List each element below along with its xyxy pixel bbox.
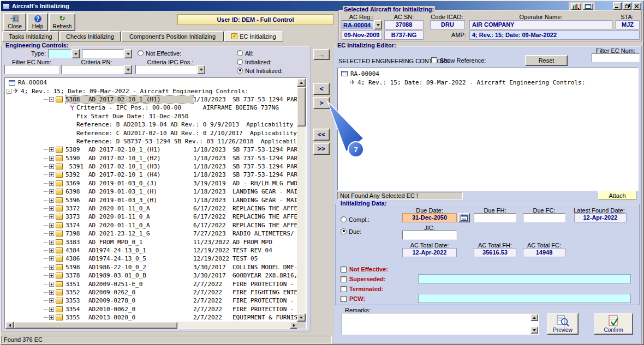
scroll-down-button[interactable] xyxy=(297,313,306,322)
remarks-scroll-up[interactable] xyxy=(530,314,538,321)
ec-tree-item-row[interactable]: +4386AD1974-24-13_0_512/19/2022TEST 05 xyxy=(5,255,298,263)
expand-icon[interactable]: + xyxy=(49,298,54,303)
selected-ec-tree[interactable]: RA-00004 ✈ 4; Rev.: 15; Date: 09-Mar-202… xyxy=(337,68,639,191)
close-window-button[interactable] xyxy=(633,2,641,10)
expand-icon[interactable]: + xyxy=(49,265,54,270)
ec-tree-item-row[interactable]: +5398AD1986-22-10_0_23/30/2017COLLINS MO… xyxy=(5,263,298,271)
subtype-dropdown-arrow[interactable] xyxy=(124,49,132,58)
scroll-up-button[interactable] xyxy=(297,78,306,87)
expand-icon[interactable]: + xyxy=(49,282,54,287)
collapse-icon[interactable]: - xyxy=(7,89,11,94)
move-left-button[interactable]: < xyxy=(313,83,330,95)
restore-button[interactable] xyxy=(623,2,631,10)
expand-icon[interactable]: + xyxy=(49,147,54,152)
ec-tree-item-row[interactable]: +3369AD 2019-01-03_0_(J)3/19/2019AD - RH… xyxy=(5,179,298,187)
close-button[interactable]: Close xyxy=(3,13,26,31)
ec-tree-item-row[interactable]: +6398AD 2019-01-03_1_(H)1/18/2023LANDING… xyxy=(5,187,298,196)
ec-tree-item-row[interactable]: +3372AD 2020-01-11_0_A6/17/2022REPLACING… xyxy=(5,204,298,213)
minimize-button[interactable] xyxy=(613,2,622,10)
radio-initialized[interactable] xyxy=(237,59,243,65)
criteria-pn-combo[interactable] xyxy=(61,65,132,74)
ec-tree-item-row[interactable]: +3383AD FROM MPD_0_111/23/2022AD FROM MP… xyxy=(5,238,298,246)
ac-reg-combo[interactable]: RA-00004 xyxy=(342,20,382,29)
ec-tree-item-row[interactable]: +5389AD 2017-02-10_1_(H1)1/18/2023SB 737… xyxy=(5,146,298,154)
ec-tree-item-row[interactable]: +5396AD 2019-01-03_3_(H)1/18/2023LANDING… xyxy=(5,196,298,204)
report-icon-button[interactable] xyxy=(571,3,581,10)
due-fc-input[interactable] xyxy=(523,213,565,222)
help-button[interactable]: ? Help xyxy=(27,13,48,31)
superseded-field[interactable] xyxy=(418,274,631,283)
filter-ec-num-input[interactable] xyxy=(4,65,59,74)
expand-icon[interactable]: + xyxy=(49,256,54,261)
expand-icon[interactable]: + xyxy=(49,223,54,228)
expand-icon[interactable]: + xyxy=(49,240,54,245)
remarks-scroll-down[interactable] xyxy=(530,326,538,334)
ec-tree-item-row[interactable]: +3352AD2009-0262_02/7/2022FIRE FIGHTING … xyxy=(5,288,298,296)
tree-root-row[interactable]: RA-00004 xyxy=(5,78,298,87)
jic-input[interactable] xyxy=(402,231,457,240)
tree-hscrollbar[interactable] xyxy=(5,322,298,329)
expand-icon[interactable]: + xyxy=(49,206,54,211)
terminated-checkbox[interactable] xyxy=(341,286,347,292)
tab-components-position-initializing[interactable]: Component's Position Initializing xyxy=(121,31,224,41)
show-reference-checkbox[interactable] xyxy=(431,57,437,63)
criteria-ipc-dropdown-arrow[interactable] xyxy=(197,65,205,74)
radio-all[interactable] xyxy=(237,50,243,56)
ec-tree-item-row[interactable]: +3353AD2009-0278_02/7/2022FIRE PROTECTIO… xyxy=(5,296,298,305)
expand-icon[interactable]: + xyxy=(49,164,54,169)
expand-icon[interactable]: + xyxy=(49,181,54,186)
ec-tree-item-row[interactable]: +3354AD2010-0062_02/7/2022FIRE PROTECTIO… xyxy=(5,305,298,313)
tab-ec-initializing[interactable]: ✓EC Initializing xyxy=(224,31,283,41)
expand-icon[interactable]: + xyxy=(49,214,54,219)
radio-not-initialized[interactable] xyxy=(237,68,243,74)
expand-icon[interactable]: + xyxy=(49,172,54,177)
remarks-input[interactable] xyxy=(343,314,530,334)
type-combo[interactable] xyxy=(48,49,80,58)
confirm-button[interactable]: Confirm xyxy=(594,313,633,335)
refresh-button[interactable]: ↻ Refresh xyxy=(49,13,75,31)
ec-tree-item-row[interactable]: +7398AD 2021-23-12_1_G7/27/2023RADIO ALT… xyxy=(5,229,298,238)
ec-tree-item-row[interactable]: +5390AD 2017-02-10_1_(H2)1/18/2023SB 737… xyxy=(5,154,298,162)
expand-icon[interactable]: + xyxy=(49,307,54,312)
due-fh-input[interactable] xyxy=(474,213,516,222)
expand-icon[interactable]: + xyxy=(49,315,54,320)
expand-icon[interactable]: + xyxy=(49,198,54,203)
ec-tree-item-row[interactable]: +4384AD1974-24-13_0_112/19/2022TEST REV … xyxy=(5,246,298,255)
tree-vscrollbar[interactable] xyxy=(297,78,306,322)
tree-amp-row[interactable]: - ✈ 4; Rev.: 15; Date: 09-Mar-2022 - Air… xyxy=(5,87,298,95)
expand-icon[interactable]: + xyxy=(49,273,54,278)
expand-icon[interactable]: + xyxy=(49,231,54,236)
vscroll-thumb[interactable] xyxy=(297,87,306,126)
radio-not-effective[interactable] xyxy=(138,50,144,56)
radio-due[interactable] xyxy=(341,228,347,234)
radio-compl[interactable] xyxy=(341,216,347,222)
collapse-icon[interactable]: - xyxy=(49,97,54,102)
editor-filter-ec-input[interactable] xyxy=(592,53,640,62)
ec-tree-item-row[interactable]: +3373AD 2020-01-11_0_A6/17/2022REPLACING… xyxy=(5,213,298,221)
superseded-checkbox[interactable] xyxy=(341,276,347,282)
ec-tree-item-row[interactable]: +3351AD2009-0251-E_02/7/2022FIRE PROTECT… xyxy=(5,280,298,288)
engineering-controls-tree[interactable]: RA-00004 - ✈ 4; Rev.: 15; Date: 09-Mar-2… xyxy=(4,77,307,329)
ec-tree-item-row[interactable]: +3374AD 2020-01-11_0_A6/17/2022REPLACING… xyxy=(5,221,298,229)
reset-button[interactable]: Reset xyxy=(525,55,568,66)
ec-tree-item-row[interactable]: + 5391AD 2017-02-10_1_(H3)1/18/2023SB 73… xyxy=(5,162,298,171)
ec-tree-item-row[interactable]: +3378AD1989-03-01_0_B3/30/2017GOODYEAR 2… xyxy=(5,271,298,280)
not-effective-checkbox[interactable] xyxy=(341,267,347,273)
expand-icon[interactable]: + xyxy=(49,156,54,161)
expand-icon[interactable]: + xyxy=(49,290,54,295)
criteria-ipc-combo[interactable] xyxy=(135,65,205,74)
hscroll-thumb[interactable] xyxy=(14,322,177,329)
criteria-pn-dropdown-arrow[interactable] xyxy=(124,65,132,74)
apply-filter-button[interactable]: → xyxy=(313,49,330,60)
pcw-field[interactable] xyxy=(418,294,631,303)
tab-tasks-initializing[interactable]: Tasks Initializing xyxy=(2,31,59,41)
ec-tree-item-row[interactable]: +5392AD 2017-02-10_1_(H4)1/18/2023SB 737… xyxy=(5,171,298,179)
pcw-checkbox[interactable] xyxy=(341,296,347,302)
calendar-button[interactable] xyxy=(458,213,470,222)
tab-checks-initializing[interactable]: Checks Initializing xyxy=(59,31,121,41)
expand-icon[interactable]: + xyxy=(49,248,54,253)
type-dropdown-arrow[interactable] xyxy=(71,49,80,58)
window-icon-button[interactable] xyxy=(583,3,593,10)
tree-item-selected-row[interactable]: - 5388 AD 2017-02-10_1_(H1) 1/18/2023 SB… xyxy=(5,95,298,104)
attach-button[interactable]: Attach xyxy=(598,191,636,200)
